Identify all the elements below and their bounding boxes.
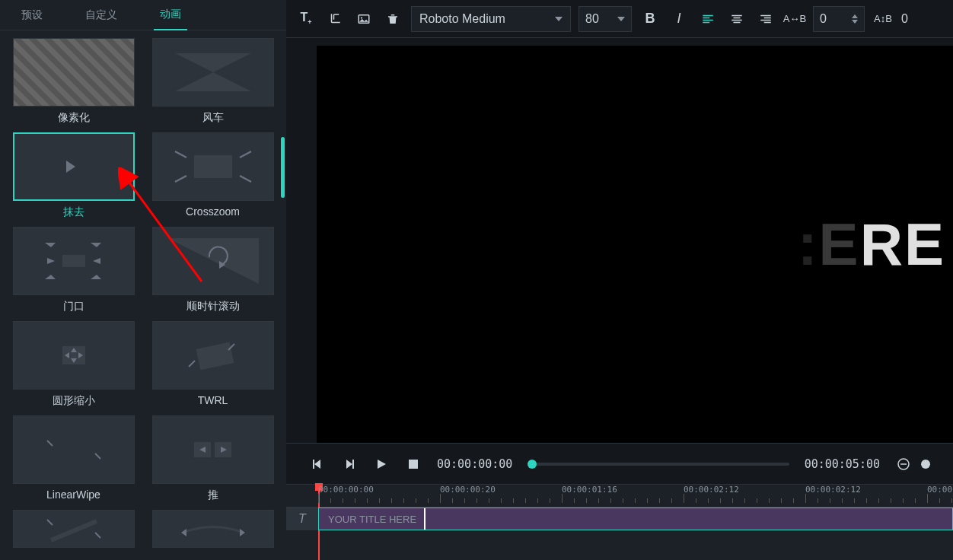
sidebar-scrollbar[interactable] <box>281 137 285 198</box>
tab-custom[interactable]: 自定义 <box>79 1 123 30</box>
anim-item-circleshrink[interactable]: 圆形缩小 <box>8 321 139 408</box>
anim-item-extra2[interactable] <box>147 510 279 552</box>
svg-line-33 <box>95 533 100 538</box>
svg-line-31 <box>51 521 97 540</box>
ruler-label: 00:00:00:20 <box>440 485 496 495</box>
ruler-label: 00:00:02:12 <box>805 485 861 495</box>
ruler-label: 00:00:01:16 <box>562 485 617 495</box>
title-clip[interactable]: YOUR TITLE HERE <box>318 508 953 530</box>
playback-slider[interactable] <box>527 463 789 466</box>
duration-time: 00:00:05:00 <box>805 457 880 471</box>
svg-marker-10 <box>93 258 100 264</box>
anim-item-twrl[interactable]: TWRL <box>147 321 279 408</box>
anim-item-linearwipe[interactable]: LinearWipe <box>8 415 139 502</box>
anim-item-crosszoom[interactable]: Crosszoom <box>147 132 279 219</box>
next-frame-button[interactable] <box>341 456 358 473</box>
svg-line-32 <box>47 520 53 525</box>
timeline: 00:00:00:0000:00:00:2000:00:01:1600:00:0… <box>286 484 953 560</box>
animation-sidebar: 预设 自定义 动画 像素化 风车 抹去 Crosszoom <box>0 0 286 560</box>
svg-rect-41 <box>313 460 314 469</box>
ruler-label: 00:00:04 <box>927 485 953 495</box>
anim-item-windmill[interactable]: 风车 <box>147 38 279 125</box>
svg-marker-42 <box>346 460 352 469</box>
current-time: 00:00:00:00 <box>437 457 512 471</box>
zoom-out-button[interactable] <box>895 456 912 473</box>
text-track: T YOUR TITLE HERE <box>286 508 953 530</box>
letter-spacing-input[interactable]: 0 <box>813 6 865 32</box>
align-right-button[interactable] <box>755 8 776 30</box>
svg-rect-8 <box>62 255 85 267</box>
track-head-text[interactable]: T <box>286 508 318 530</box>
line-height-icon: A↕B <box>872 8 894 30</box>
svg-marker-1 <box>175 72 251 91</box>
svg-line-23 <box>189 361 195 367</box>
svg-point-39 <box>361 17 362 18</box>
chevron-down-icon <box>555 17 563 21</box>
timeline-ruler[interactable]: 00:00:00:0000:00:00:2000:00:01:1600:00:0… <box>286 485 953 508</box>
ruler-label: 00:00:02:12 <box>684 485 739 495</box>
svg-marker-12 <box>91 243 101 247</box>
ruler-label: 00:00:00:00 <box>318 485 374 495</box>
title-text[interactable]: :ERE <box>798 210 945 279</box>
anim-item-pixelate[interactable]: 像素化 <box>8 38 139 125</box>
svg-marker-2 <box>66 161 75 173</box>
crop-button[interactable] <box>324 8 346 30</box>
font-family-select[interactable]: Roboto Medium <box>411 6 571 32</box>
svg-marker-40 <box>314 460 320 469</box>
svg-rect-3 <box>194 155 232 178</box>
tab-preset[interactable]: 预设 <box>15 1 49 30</box>
anim-item-doorway[interactable]: 门口 <box>8 227 139 313</box>
line-height-value: 0 <box>901 12 908 26</box>
svg-rect-45 <box>409 460 418 469</box>
chevron-down-icon <box>617 17 625 21</box>
letter-spacing-icon: A↔B <box>784 8 805 30</box>
anim-item-clockwise[interactable]: 顺时针滚动 <box>147 227 279 313</box>
anim-item-push[interactable]: 推 <box>147 415 279 502</box>
animation-grid: 像素化 风车 抹去 Crosszoom 门口 顺时针滚动 <box>0 30 286 560</box>
delete-button[interactable] <box>382 8 403 30</box>
italic-button[interactable]: I <box>668 8 690 30</box>
add-text-button[interactable]: T+ <box>295 8 317 30</box>
align-center-button[interactable] <box>726 8 747 30</box>
svg-marker-44 <box>378 460 386 469</box>
zoom-dot[interactable] <box>921 460 930 469</box>
svg-marker-35 <box>240 529 245 536</box>
sidebar-tabs: 预设 自定义 动画 <box>0 0 286 30</box>
preview-canvas[interactable]: :ERE <box>317 46 953 443</box>
anim-item-wipe[interactable]: 抹去 <box>8 132 139 219</box>
svg-marker-0 <box>175 53 251 72</box>
svg-marker-9 <box>47 258 55 264</box>
tab-animation[interactable]: 动画 <box>154 0 187 30</box>
svg-marker-15 <box>167 238 259 284</box>
font-size-select[interactable]: 80 <box>578 6 632 32</box>
playback-controls: 00:00:00:00 00:00:05:00 <box>286 443 953 484</box>
svg-line-4 <box>175 151 186 158</box>
prev-frame-button[interactable] <box>309 456 326 473</box>
svg-rect-22 <box>196 342 234 371</box>
svg-line-5 <box>240 151 251 158</box>
stop-button[interactable] <box>405 456 422 473</box>
svg-line-6 <box>175 176 186 182</box>
svg-line-26 <box>95 453 100 459</box>
anim-item-extra1[interactable] <box>8 510 139 552</box>
svg-rect-43 <box>352 460 354 469</box>
align-left-button[interactable] <box>697 8 719 30</box>
svg-marker-14 <box>91 275 101 279</box>
clip-marker[interactable] <box>424 508 426 530</box>
svg-line-25 <box>47 441 53 446</box>
svg-marker-13 <box>45 275 56 279</box>
bold-button[interactable]: B <box>639 8 661 30</box>
svg-line-7 <box>240 176 251 182</box>
svg-marker-34 <box>181 529 186 536</box>
play-button[interactable] <box>373 456 390 473</box>
image-button[interactable] <box>353 8 375 30</box>
main-area: T+ Roboto Medium 80 B I A↔B 0 A↕B 0 <box>286 0 953 560</box>
svg-marker-11 <box>45 243 56 247</box>
text-toolbar: T+ Roboto Medium 80 B I A↔B 0 A↕B 0 <box>286 0 953 38</box>
